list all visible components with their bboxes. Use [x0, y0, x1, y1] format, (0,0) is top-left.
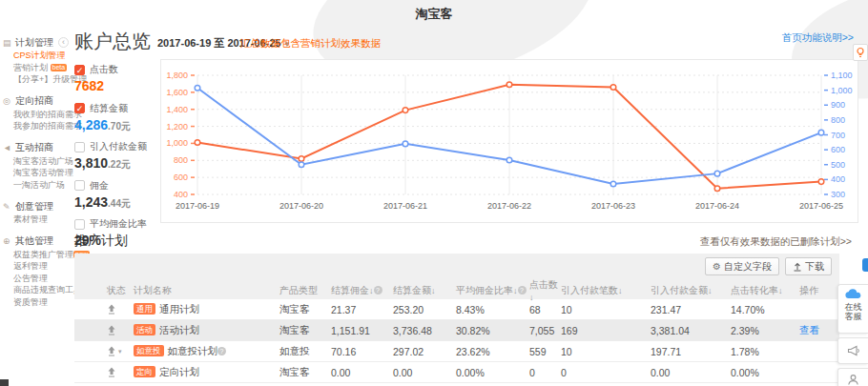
- help-icon[interactable]: ?: [374, 286, 382, 295]
- svg-text:1,200: 1,200: [166, 122, 188, 132]
- cell-pay-amount: 197.71: [651, 346, 731, 357]
- table-row[interactable]: 活动活动计划 淘宝客 1,151.91 3,736.48 30.82% 7,05…: [74, 320, 839, 341]
- col-ratio[interactable]: 平均佣金比率↓?: [456, 284, 529, 297]
- sort-desc-icon[interactable]: ↓: [369, 286, 374, 295]
- sidebar-item-rebate-mgmt[interactable]: 返利管理: [0, 260, 72, 273]
- sidebar-item-material-mgmt[interactable]: 素材管理: [0, 213, 72, 226]
- view-link[interactable]: 查看: [799, 324, 819, 335]
- col-pay-amount[interactable]: 引入付款金额↓: [651, 284, 731, 297]
- account-button[interactable]: [837, 368, 868, 386]
- sidebar-item-rights-promo[interactable]: 权益类推广管理new: [0, 249, 72, 261]
- cell-orders: 169: [561, 325, 651, 336]
- metric-settlement: ✓结算金额 4,286.70元: [74, 102, 156, 133]
- lightbulb-icon: [856, 47, 865, 58]
- help-icon[interactable]: ?: [518, 286, 527, 295]
- svg-text:700: 700: [831, 131, 845, 140]
- download-button[interactable]: 下载: [785, 257, 832, 275]
- svg-text:2017-06-19: 2017-06-19: [176, 201, 219, 211]
- checkbox-settlement[interactable]: ✓: [74, 103, 85, 113]
- cell-amount: 297.02: [393, 346, 456, 357]
- sidebar-item-qualification-mgmt[interactable]: 资质管理: [0, 296, 72, 309]
- col-conversion[interactable]: 点击转化率↓: [731, 284, 799, 297]
- col-commission[interactable]: 结算佣金↓?: [331, 284, 393, 297]
- sidebar-collapse-icon[interactable]: ‹: [58, 37, 69, 48]
- sidebar-item-violation-tool[interactable]: 商品违规查询工具: [0, 284, 72, 296]
- app-title: 淘宝客: [0, 6, 868, 23]
- custom-fields-button[interactable]: ⚙自定义字段: [705, 257, 779, 275]
- checkbox-clicks[interactable]: ✓: [74, 65, 85, 75]
- line-chart-svg[interactable]: 1,8001,6001,4001,2001,0008006004001,1001…: [161, 60, 859, 224]
- sidebar-item-joined-demand[interactable]: 我参加的招商需求: [0, 120, 72, 132]
- plan-type-badge: 如意投: [134, 345, 164, 356]
- col-clicks[interactable]: 点击数↓: [529, 278, 561, 302]
- sidebar-section-direct-invest[interactable]: ◎ 定向招商: [0, 94, 72, 109]
- svg-text:2017-06-22: 2017-06-22: [487, 201, 531, 211]
- col-action: 操作: [799, 284, 839, 297]
- cell-conversion: 14.70%: [731, 304, 799, 315]
- plan-name: 活动计划: [159, 324, 199, 335]
- table-header-row: 状态 计划名称 产品类型 结算佣金↓? 结算金额↓ 平均佣金比率↓? 点击数↓ …: [74, 278, 839, 299]
- person-icon: [847, 374, 859, 386]
- item-label: 营销计划: [13, 63, 48, 72]
- cell-ratio: 0.00%: [456, 367, 529, 378]
- sidebar-item-activity-plaza[interactable]: 淘宝客活动广场: [0, 155, 72, 168]
- sidebar-item-share-upgrade[interactable]: 【分享+】升级管理: [0, 73, 72, 86]
- sort-desc-icon[interactable]: ↓: [778, 286, 783, 295]
- cell-clicks: 559: [529, 346, 561, 357]
- sort-desc-icon[interactable]: ↓: [618, 286, 623, 295]
- sidebar-item-marketing-plan[interactable]: 营销计划 beta: [0, 62, 72, 74]
- online-service-tab[interactable]: 在线客服: [837, 284, 868, 334]
- cell-pay-amount: 3,381.04: [651, 325, 731, 336]
- cell-amount: 3,736.48: [393, 325, 456, 336]
- sort-desc-icon[interactable]: ↓: [513, 286, 518, 295]
- sidebar: ▤ 计划管理 ‹ CPS计划管理 营销计划 beta 【分享+】升级管理 ◎ 定…: [0, 27, 72, 308]
- sidebar-section-other[interactable]: ⊕ 其他管理: [0, 234, 72, 249]
- side-panel-toggle[interactable]: [862, 258, 868, 272]
- summary-note: 汇总数据包含营销计划效果数据: [240, 37, 381, 51]
- cell-ratio: 8.43%: [456, 304, 529, 315]
- help-icon[interactable]: ?: [217, 347, 226, 356]
- checkbox-pay-amount[interactable]: [74, 142, 85, 152]
- trend-chart: 1,8001,6001,4001,2001,0008006004001,1001…: [160, 59, 858, 223]
- checkbox-avg-ratio[interactable]: [74, 219, 85, 230]
- sort-desc-icon[interactable]: ↓: [708, 286, 713, 295]
- col-status[interactable]: 状态: [74, 284, 134, 297]
- table-row[interactable]: 通用通用计划 淘宝客 21.37 253.20 8.43% 68 10 231.…: [74, 299, 839, 320]
- deleted-plans-link[interactable]: 查看仅有效果数据的已删除计划>>: [572, 235, 852, 249]
- svg-text:2017-06-24: 2017-06-24: [695, 201, 739, 211]
- sidebar-section-creative[interactable]: ✎ 创意管理: [0, 199, 72, 213]
- table-row[interactable]: 定向定向计划 淘宝客 0.00 0.00 0.00% 0 0 0.00 0.00…: [74, 362, 839, 383]
- sidebar-item-cps-plan[interactable]: CPS计划管理: [0, 50, 72, 62]
- col-product-type[interactable]: 产品类型: [279, 284, 331, 297]
- checkbox-commission[interactable]: [74, 180, 85, 191]
- metric-value: 7682: [74, 78, 156, 94]
- cloud-icon: [845, 289, 862, 300]
- megaphone-icon: ◄: [3, 143, 12, 152]
- col-amount[interactable]: 结算金额↓: [393, 284, 456, 297]
- sidebar-item-etao-plaza[interactable]: 一淘活动广场: [0, 179, 72, 192]
- expand-caret-icon[interactable]: ▾: [118, 348, 122, 356]
- svg-text:600: 600: [174, 173, 188, 182]
- cell-commission: 70.16: [331, 346, 393, 357]
- cell-product: 淘宝客: [279, 303, 331, 316]
- page: 淘宝客 ▤ 计划管理 ‹ CPS计划管理 营销计划 beta 【分享+】升级管理…: [0, 0, 868, 386]
- cell-conversion: 2.39%: [731, 325, 799, 336]
- sidebar-item-activity-mgmt[interactable]: 淘宝客活动管理: [0, 167, 72, 179]
- col-plan-name[interactable]: 计划名称: [134, 284, 279, 297]
- sidebar-section-plan-mgmt[interactable]: ▤ 计划管理 ‹: [0, 35, 72, 50]
- sort-desc-icon[interactable]: ↓: [431, 286, 436, 295]
- clipboard-icon: ▤: [3, 38, 12, 48]
- sidebar-item-received-demand[interactable]: 我收到的招商需求: [0, 109, 72, 121]
- table-row[interactable]: ▾ 如意投如意投计划? 如意投 70.16 297.02 23.62% 559 …: [74, 341, 839, 362]
- col-orders[interactable]: 引入付款笔数↓: [561, 284, 651, 297]
- svg-text:600: 600: [831, 145, 845, 154]
- item-label: 权益类推广管理: [13, 250, 73, 259]
- homepage-help-link[interactable]: 首页功能说明>>: [758, 31, 854, 45]
- tips-button[interactable]: [853, 44, 868, 61]
- announcement-button[interactable]: [837, 337, 868, 364]
- sort-desc-icon[interactable]: ↓: [529, 293, 534, 302]
- sidebar-section-interactive[interactable]: ◄ 互动招商: [0, 141, 72, 155]
- cell-orders: 10: [561, 346, 651, 357]
- page-title: 账户总览: [74, 29, 151, 54]
- sidebar-item-notice-mgmt[interactable]: 公告管理: [0, 273, 72, 285]
